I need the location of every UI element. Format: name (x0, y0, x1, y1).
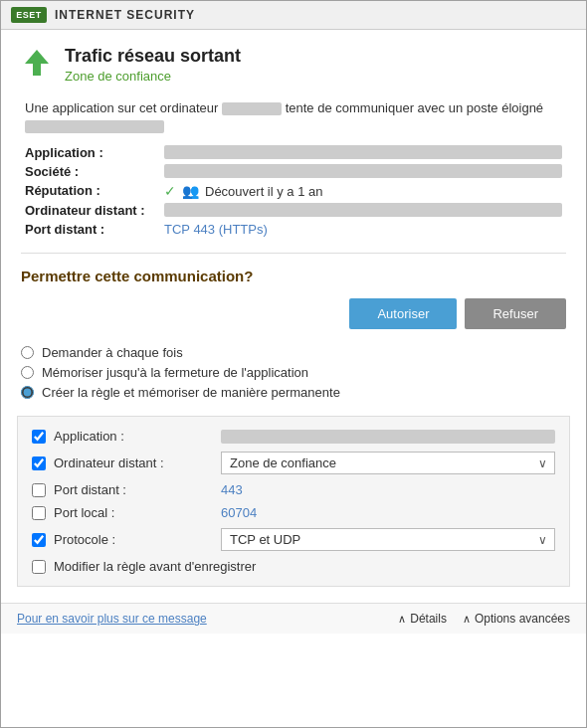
rule-section: Application : Ordinateur distant : Zone … (17, 416, 570, 587)
rule-row-port-distant: Port distant : 443 (32, 482, 555, 497)
radio-permanent-label: Créer la règle et mémoriser de manière p… (42, 385, 340, 400)
rule-label-port-local: Port local : (54, 505, 213, 520)
rule-label-remote: Ordinateur distant : (54, 455, 213, 470)
radio-close-input[interactable] (21, 366, 34, 379)
main-content: Trafic réseau sortant Zone de confiance … (1, 30, 586, 603)
value-remote-pc (164, 203, 562, 217)
radio-ask-label: Demander à chaque fois (42, 345, 183, 360)
intro-after: tente de communiquer avec un poste éloig… (286, 100, 543, 115)
reputation-text: Découvert il y a 1 an (205, 184, 323, 199)
remote-select[interactable]: Zone de confiance Toutes les adresses (221, 452, 555, 474)
radio-ask-each-time[interactable]: Demander à chaque fois (21, 345, 566, 360)
zone-subtitle: Zone de confiance (65, 69, 171, 84)
protocole-select[interactable]: TCP et UDP TCP UDP (221, 528, 555, 551)
details-action[interactable]: ∧ Détails (398, 612, 447, 626)
rule-row-modifier: Modifier la règle avant d'enregistrer (32, 559, 555, 574)
users-icon: 👥 (182, 183, 199, 199)
rule-value-application (221, 430, 555, 444)
rule-label-port-distant: Port distant : (54, 482, 213, 497)
checkmark-icon: ✓ (164, 183, 176, 199)
info-section: Une application sur cet ordinateur tente… (21, 99, 566, 237)
rule-label-protocole: Protocole : (54, 532, 213, 547)
rule-row-protocole: Protocole : TCP et UDP TCP UDP (32, 528, 555, 551)
rule-cb-modifier[interactable] (32, 560, 46, 574)
intro-blurred-ip (222, 102, 282, 115)
intro-text: Une application sur cet ordinateur tente… (25, 99, 562, 135)
label-application: Application : (25, 145, 164, 160)
logo-text: ESET (16, 10, 42, 20)
label-societe: Société : (25, 164, 164, 179)
rule-cb-remote[interactable] (32, 456, 46, 470)
rule-value-port-local: 60704 (221, 505, 555, 520)
info-row-reputation: Réputation : ✓ 👥 Découvert il y a 1 an (25, 183, 562, 199)
label-reputation: Réputation : (25, 183, 164, 198)
advanced-action[interactable]: ∧ Options avancées (463, 612, 570, 626)
refuser-button[interactable]: Refuser (465, 298, 566, 329)
page-title: Trafic réseau sortant (65, 46, 241, 67)
outgoing-traffic-icon (21, 48, 53, 80)
permission-question: Permettre cette communication? (21, 268, 566, 284)
rule-cb-protocole[interactable] (32, 533, 46, 547)
rule-cb-port-distant[interactable] (32, 483, 46, 497)
radio-permanent[interactable]: Créer la règle et mémoriser de manière p… (21, 385, 566, 400)
value-port: TCP 443 (HTTPs) (164, 222, 562, 237)
remote-select-wrapper: Zone de confiance Toutes les adresses (221, 452, 555, 474)
header-texts: Trafic réseau sortant Zone de confiance (65, 46, 241, 84)
intro-blurred-domain (25, 120, 164, 133)
footer-actions: ∧ Détails ∧ Options avancées (398, 612, 570, 626)
info-row-societe: Société : (25, 164, 562, 179)
titlebar: ESET INTERNET SECURITY (1, 1, 586, 30)
info-row-remote-pc: Ordinateur distant : (25, 203, 562, 218)
titlebar-title: INTERNET SECURITY (55, 8, 195, 22)
radio-ask-input[interactable] (21, 346, 34, 359)
protocole-select-wrapper: TCP et UDP TCP UDP (221, 528, 555, 551)
rule-row-application: Application : (32, 429, 555, 444)
autoriser-button[interactable]: Autoriser (349, 298, 457, 329)
section-divider (21, 253, 566, 254)
footer: Pour en savoir plus sur ce message ∧ Dét… (1, 603, 586, 634)
rule-label-application: Application : (54, 429, 213, 444)
info-row-port: Port distant : TCP 443 (HTTPs) (25, 222, 562, 237)
advanced-label: Options avancées (475, 612, 570, 626)
details-label: Détails (410, 612, 447, 626)
chevron-up-icon: ∧ (398, 613, 406, 626)
svg-marker-1 (25, 50, 49, 64)
radio-until-close[interactable]: Mémoriser jusqu'à la fermeture de l'appl… (21, 365, 566, 380)
radio-permanent-input[interactable] (21, 386, 34, 399)
value-societe (164, 164, 562, 178)
rule-label-modifier: Modifier la règle avant d'enregistrer (54, 559, 256, 574)
radio-close-label: Mémoriser jusqu'à la fermeture de l'appl… (42, 365, 308, 380)
label-port: Port distant : (25, 222, 164, 237)
chevron-up-icon-2: ∧ (463, 613, 471, 626)
action-buttons: Autoriser Refuser (21, 298, 566, 329)
rule-row-remote: Ordinateur distant : Zone de confiance T… (32, 452, 555, 474)
svg-rect-0 (33, 62, 41, 76)
eset-logo: ESET (11, 7, 47, 23)
header-section: Trafic réseau sortant Zone de confiance (21, 46, 566, 84)
info-row-application: Application : (25, 145, 562, 160)
label-remote-pc: Ordinateur distant : (25, 203, 164, 218)
rule-cb-application[interactable] (32, 430, 46, 444)
rule-value-port-distant: 443 (221, 482, 555, 497)
value-reputation: ✓ 👥 Découvert il y a 1 an (164, 183, 562, 199)
learn-more-link[interactable]: Pour en savoir plus sur ce message (17, 612, 207, 626)
rule-cb-port-local[interactable] (32, 506, 46, 520)
radio-group: Demander à chaque fois Mémoriser jusqu'à… (21, 345, 566, 400)
intro-before: Une application sur cet ordinateur (25, 100, 218, 115)
rule-row-port-local: Port local : 60704 (32, 505, 555, 520)
value-application (164, 145, 562, 159)
